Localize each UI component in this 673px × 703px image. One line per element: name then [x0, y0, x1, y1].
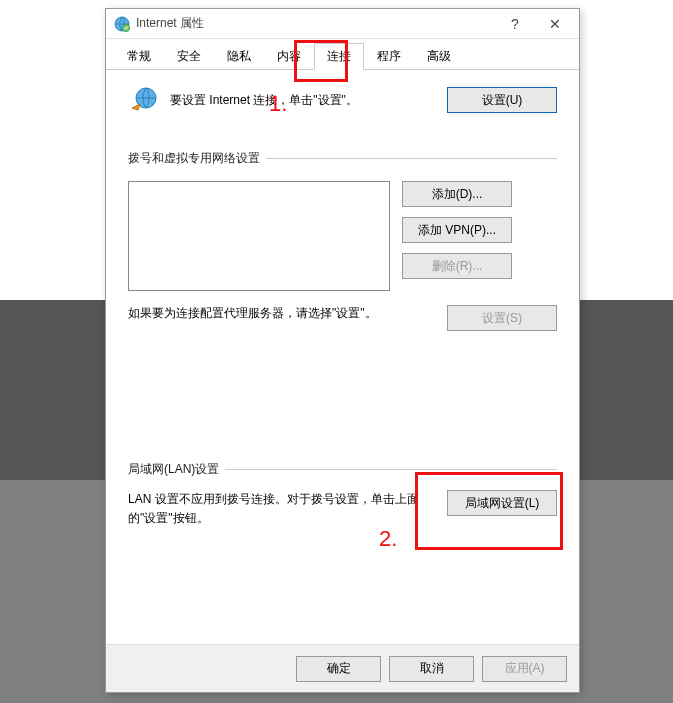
close-icon: ✕ [549, 16, 561, 32]
tab-label: 隐私 [227, 49, 251, 63]
tab-advanced[interactable]: 高级 [414, 43, 464, 69]
titlebar: Internet 属性 ? ✕ [106, 9, 579, 39]
dialog-footer: 确定 取消 应用(A) [106, 644, 579, 692]
tab-label: 常规 [127, 49, 151, 63]
divider [266, 158, 557, 159]
internet-options-icon [114, 16, 130, 32]
setup-button[interactable]: 设置(U) [447, 87, 557, 113]
tab-label: 内容 [277, 49, 301, 63]
lan-row: LAN 设置不应用到拨号连接。对于拨号设置，单击上面的"设置"按钮。 局域网设置… [128, 490, 557, 528]
help-button[interactable]: ? [495, 10, 535, 38]
setup-connection-icon [128, 84, 160, 116]
dialog-window: Internet 属性 ? ✕ 常规 安全 隐私 内容 连接 程序 高级 要设置… [105, 8, 580, 693]
tab-label: 安全 [177, 49, 201, 63]
ok-button[interactable]: 确定 [296, 656, 381, 682]
tab-security[interactable]: 安全 [164, 43, 214, 69]
dial-area: 添加(D)... 添加 VPN(P)... 删除(R)... [128, 181, 557, 291]
remove-dial-button: 删除(R)... [402, 253, 512, 279]
tab-label: 高级 [427, 49, 451, 63]
dial-connections-listbox[interactable] [128, 181, 390, 291]
tab-programs[interactable]: 程序 [364, 43, 414, 69]
tab-bar: 常规 安全 隐私 内容 连接 程序 高级 [106, 39, 579, 70]
dial-note-text: 如果要为连接配置代理服务器，请选择"设置"。 [128, 305, 435, 322]
add-dial-button[interactable]: 添加(D)... [402, 181, 512, 207]
add-vpn-button[interactable]: 添加 VPN(P)... [402, 217, 512, 243]
tab-connections[interactable]: 连接 [314, 43, 364, 70]
cancel-button[interactable]: 取消 [389, 656, 474, 682]
tab-general[interactable]: 常规 [114, 43, 164, 69]
close-button[interactable]: ✕ [535, 10, 575, 38]
dial-section-title: 拨号和虚拟专用网络设置 [128, 150, 557, 167]
lan-section-title: 局域网(LAN)设置 [128, 461, 557, 478]
section-title-text: 拨号和虚拟专用网络设置 [128, 150, 260, 167]
lan-section: 局域网(LAN)设置 LAN 设置不应用到拨号连接。对于拨号设置，单击上面的"设… [128, 461, 557, 528]
tab-privacy[interactable]: 隐私 [214, 43, 264, 69]
section-title-text: 局域网(LAN)设置 [128, 461, 219, 478]
dialog-content: 要设置 Internet 连接，单击"设置"。 设置(U) 拨号和虚拟专用网络设… [106, 70, 579, 538]
dial-note-row: 如果要为连接配置代理服务器，请选择"设置"。 设置(S) [128, 305, 557, 331]
tab-label: 程序 [377, 49, 401, 63]
tab-content[interactable]: 内容 [264, 43, 314, 69]
dialog-title: Internet 属性 [136, 15, 495, 32]
setup-row: 要设置 Internet 连接，单击"设置"。 设置(U) [128, 84, 557, 116]
tab-label: 连接 [327, 49, 351, 63]
help-icon: ? [511, 16, 519, 32]
apply-button: 应用(A) [482, 656, 567, 682]
divider [225, 469, 557, 470]
lan-settings-button[interactable]: 局域网设置(L) [447, 490, 557, 516]
dial-settings-button: 设置(S) [447, 305, 557, 331]
lan-text: LAN 设置不应用到拨号连接。对于拨号设置，单击上面的"设置"按钮。 [128, 490, 435, 528]
dial-section: 拨号和虚拟专用网络设置 添加(D)... 添加 VPN(P)... 删除(R).… [128, 150, 557, 331]
dial-buttons: 添加(D)... 添加 VPN(P)... 删除(R)... [402, 181, 512, 291]
setup-text: 要设置 Internet 连接，单击"设置"。 [170, 92, 437, 109]
